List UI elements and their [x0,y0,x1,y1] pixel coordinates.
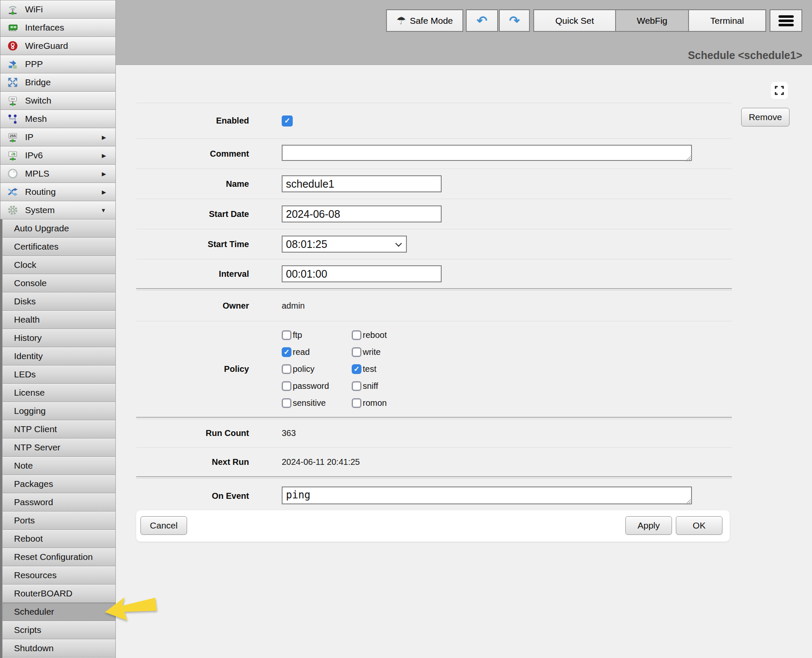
wireguard-icon [6,39,19,52]
remove-button[interactable]: Remove [741,108,790,127]
sidebar-item-ntp-client[interactable]: NTP Client [2,420,116,438]
sidebar-item-packages[interactable]: Packages [2,475,116,493]
policy-label: Policy [136,364,249,374]
policy-item-sensitive: sensitive [282,398,352,408]
on-event-row: On Event ping [136,478,732,514]
sidebar-item-logging[interactable]: Logging [2,402,116,420]
policy-checkbox-reboot[interactable] [352,330,361,340]
sidebar-item-reset-configuration[interactable]: Reset Configuration [2,548,116,566]
sidebar-item-reboot[interactable]: Reboot [2,529,116,548]
sidebar-item-scheduler[interactable]: Scheduler [2,602,116,621]
sidebar-item-mpls[interactable]: MPLS▶ [0,164,116,183]
fullscreen-button[interactable] [771,82,788,99]
sidebar-item-ports[interactable]: Ports [2,511,116,529]
sidebar-item-identity[interactable]: Identity [2,347,116,365]
sidebar-item-label: Bridge [25,77,115,87]
sidebar-item-shutdown[interactable]: Shutdown [2,639,116,657]
sidebar-item-label: Auto Upgrade [14,223,115,233]
policy-item-write: write [352,347,387,357]
policy-item-sniff: sniff [352,381,387,391]
sidebar-item-ppp[interactable]: PPP [0,55,116,73]
sidebar-item-scripts[interactable]: Scripts [2,621,116,639]
comment-input[interactable] [282,145,692,161]
bridge-icon [6,76,19,89]
sidebar-item-ntp-server[interactable]: NTP Server [2,438,116,456]
sidebar-item-password[interactable]: Password [2,493,116,511]
policy-item-ftp: ftp [282,330,352,340]
policy-column-2: rebootwritetestsniffromon [352,330,387,408]
start-date-input[interactable] [282,205,442,222]
sidebar-item-label: Disks [14,296,115,307]
run-count-value: 363 [282,428,296,438]
enabled-checkbox[interactable] [282,115,293,127]
sidebar-item-switch[interactable]: Switch [0,91,116,110]
policy-checkbox-label: sniff [363,381,378,391]
policy-checkbox-label: romon [363,398,387,408]
sidebar-item-routing[interactable]: Routing▶ [0,183,116,201]
name-row: Name [136,169,732,199]
sidebar-item-label: RouterBOARD [14,588,115,599]
sidebar-item-wireguard[interactable]: WireGuard [0,37,116,55]
policy-checkbox-ftp[interactable] [282,330,291,340]
redo-button[interactable]: ↷ [499,9,530,32]
sidebar-item-label: NTP Server [14,442,115,453]
sidebar-item-system[interactable]: System▼ [0,201,116,219]
start-time-select[interactable]: 08:01:25 [282,236,407,253]
sidebar-item-wifi[interactable]: WiFi [0,0,116,18]
tab-webfig[interactable]: WebFig [615,9,689,32]
policy-checkbox-label: ftp [293,330,302,340]
policy-checkbox-sensitive[interactable] [282,398,291,408]
undo-button[interactable]: ↶ [466,9,498,32]
tab-terminal[interactable]: Terminal [689,9,766,32]
sidebar-item-label: Console [14,278,115,288]
sidebar-item-certificates[interactable]: Certificates [2,237,116,256]
routing-icon [6,186,19,198]
ok-button[interactable]: OK [676,516,722,535]
sidebar-item-resources[interactable]: Resources [2,566,116,584]
policy-checkbox-policy[interactable] [282,364,291,374]
sidebar-item-label: NTP Client [14,424,115,434]
sidebar-item-bridge[interactable]: Bridge [0,73,116,91]
sidebar-item-label: Logging [14,406,115,416]
sidebar-item-label: Scripts [14,625,115,635]
sidebar-item-history[interactable]: History [2,329,116,347]
sidebar-item-label: Shutdown [14,643,115,653]
system-icon [6,204,19,217]
apply-button[interactable]: Apply [625,516,672,535]
sidebar-top: WiFiInterfacesWireGuardPPPBridgeSwitchMe… [0,0,116,219]
action-bar: Cancel Apply OK [136,510,730,542]
sidebar-item-auto-upgrade[interactable]: Auto Upgrade [2,219,116,237]
toolbar: ☂ Safe Mode ↶ ↷ Quick Set WebFig Termina… [386,9,802,32]
name-input[interactable] [282,175,442,192]
run-count-row: Run Count 363 [136,419,732,447]
sidebar-item-ipv6[interactable]: √6IPv6▶ [0,146,116,164]
cancel-button[interactable]: Cancel [140,516,187,535]
hamburger-menu-button[interactable] [770,9,802,32]
sidebar-item-interfaces[interactable]: Interfaces [0,18,116,37]
on-event-input[interactable]: ping [282,486,692,504]
sidebar-item-clock[interactable]: Clock [2,256,116,274]
policy-checkbox-read[interactable] [282,347,291,357]
policy-checkbox-password[interactable] [282,381,291,391]
policy-checkbox-sniff[interactable] [352,381,361,391]
sidebar-item-label: Ports [14,515,115,526]
sidebar-item-disks[interactable]: Disks [2,292,116,310]
policy-checkbox-romon[interactable] [352,398,361,408]
sidebar-item-health[interactable]: Health [2,310,116,329]
next-run-label: Next Run [136,457,249,467]
sidebar-item-leds[interactable]: LEDs [2,365,116,383]
safe-mode-button[interactable]: ☂ Safe Mode [386,9,463,32]
sidebar-item-note[interactable]: Note [2,456,116,475]
policy-checkbox-write[interactable] [352,347,361,357]
sidebar-item-ip[interactable]: 255IP▶ [0,128,116,146]
sidebar-item-label: Clock [14,260,115,270]
sidebar-item-routerboard[interactable]: RouterBOARD [2,584,116,602]
tab-quick-set[interactable]: Quick Set [533,9,615,32]
sidebar-item-license[interactable]: License [2,383,116,402]
sidebar-item-mesh[interactable]: Mesh [0,110,116,128]
comment-label: Comment [136,149,249,159]
interval-input[interactable] [282,265,442,282]
policy-checkbox-test[interactable] [352,364,361,374]
sidebar-item-console[interactable]: Console [2,274,116,292]
on-event-label: On Event [136,491,249,501]
